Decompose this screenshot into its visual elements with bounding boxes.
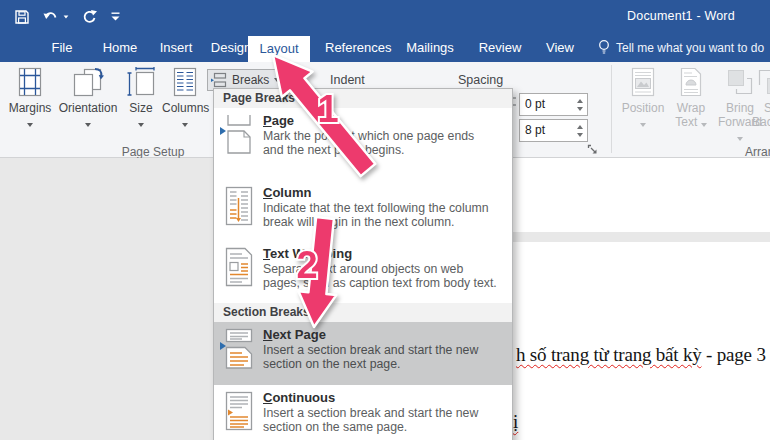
tab-view[interactable]: View [532,33,588,62]
tab-review[interactable]: Review [470,33,530,62]
position-icon [620,66,666,98]
chevron-down-icon [274,78,280,82]
send-backward-button: SendBackward [750,66,770,129]
spacing-after-value: 8 pt [525,123,545,137]
indent-label: Indent [330,73,365,87]
orientation-icon [56,66,120,98]
customize-quick-access-icon[interactable] [111,12,120,21]
page-break-menu-icon [220,114,256,154]
chevron-down-icon [138,123,144,127]
spacing-before-spinner[interactable]: 0 pt [519,93,588,116]
menu-item-column-break[interactable]: Column Indicate that the text following … [214,180,512,241]
size-icon [120,66,162,98]
chevron-down-icon [27,123,33,127]
menu-item-text-wrapping-break[interactable]: Text Wrapping Separate text around objec… [214,241,512,303]
chevron-down-icon [701,123,707,127]
menu-item-title: Page [263,113,504,129]
document-text-line: h số trang từ trang bất kỳ - page 3 [516,344,766,366]
document-partial-text: ị [513,411,518,433]
paragraph-dialog-launcher-icon[interactable] [587,144,599,156]
size-button[interactable]: Size [120,66,162,129]
wrap-text-button: WrapText [668,66,714,129]
menu-item-description: Indicate that the text following the col… [263,201,504,230]
continuous-break-menu-icon [220,391,256,431]
save-icon[interactable] [14,9,30,25]
send-backward-icon [750,66,770,98]
menu-item-title: Text Wrapping [263,246,504,262]
undo-icon[interactable] [43,10,69,24]
group-divider [611,65,612,153]
menu-item-page-break[interactable]: Page Mark the point at which one page en… [214,108,512,180]
title-bar: Document1 - Word [0,0,770,33]
spinner-up-icon[interactable] [577,125,583,129]
chevron-down-icon [640,123,646,127]
wrap-text-label: WrapText [668,101,714,129]
tab-insert[interactable]: Insert [150,33,202,62]
menu-item-next-page-break[interactable]: Next Page Insert a section break and sta… [214,322,512,385]
next-page-menu-icon [220,328,256,368]
menu-item-continuous-break[interactable]: Continuous Insert a section break and st… [214,385,512,440]
chevron-down-icon [64,15,69,18]
margins-label: Margins [4,101,56,115]
page-setup-group-label: Page Setup [108,145,198,159]
tell-me-box[interactable]: Tell me what you want to do [598,33,764,62]
spinner-down-icon[interactable] [577,133,583,137]
spacing-before-value: 0 pt [525,97,545,111]
spacing-label: Spacing [458,73,503,87]
spinner-down-icon[interactable] [577,107,583,111]
arrange-group-label: Arrange [745,145,770,159]
window-title: Document1 - Word [627,9,735,23]
margins-button[interactable]: Margins [4,66,56,129]
tab-mailings[interactable]: Mailings [400,33,460,62]
chevron-down-icon [182,123,188,127]
breaks-dropdown-menu: Page Breaks Page Mark the point at which… [213,88,513,440]
send-backward-label: SendBackward [750,101,770,129]
menu-item-title: Column [263,185,504,201]
redo-icon[interactable] [82,9,98,25]
section-breaks-section-header: Section Breaks [214,303,512,322]
columns-label: Columns [162,101,208,115]
columns-icon [162,66,208,98]
menu-item-description: Separate text around objects on web page… [263,262,504,291]
tab-layout[interactable]: Layout [248,36,310,62]
lightbulb-icon [598,39,610,56]
menu-item-title: Continuous [263,390,504,406]
tab-file[interactable]: File [40,33,84,62]
orientation-button[interactable]: Orientation [56,66,120,129]
tab-home[interactable]: Home [95,33,145,62]
size-label: Size [120,101,162,115]
column-break-menu-icon [220,186,256,226]
wrap-text-icon [668,66,714,98]
orientation-label: Orientation [56,101,120,115]
margins-icon [4,66,56,98]
tell-me-label: Tell me what you want to do [616,41,764,55]
chevron-down-icon [737,137,743,141]
columns-button[interactable]: Columns [162,66,208,129]
position-button: Position [620,66,666,129]
spinner-up-icon[interactable] [577,99,583,103]
menu-item-description: Insert a section break and start the new… [263,343,504,372]
menu-item-description: Mark the point at which one page ends an… [263,129,504,158]
spacing-after-spinner[interactable]: 8 pt [519,119,588,142]
menu-item-title: Next Page [263,327,504,343]
breaks-label: Breaks [232,73,269,87]
page-breaks-section-header: Page Breaks [214,89,512,108]
menu-item-description: Insert a section break and start the new… [263,406,504,435]
tab-references[interactable]: References [325,33,385,62]
page-break-icon [211,72,227,88]
spellchecked-text: h số trang từ trang bất kỳ [516,344,702,365]
ribbon-tab-bar: File Home Insert Design Layout Reference… [0,33,770,62]
position-label: Position [620,101,666,115]
chevron-down-icon [85,123,91,127]
text-wrapping-menu-icon [220,247,256,287]
quick-access-toolbar [14,0,120,33]
